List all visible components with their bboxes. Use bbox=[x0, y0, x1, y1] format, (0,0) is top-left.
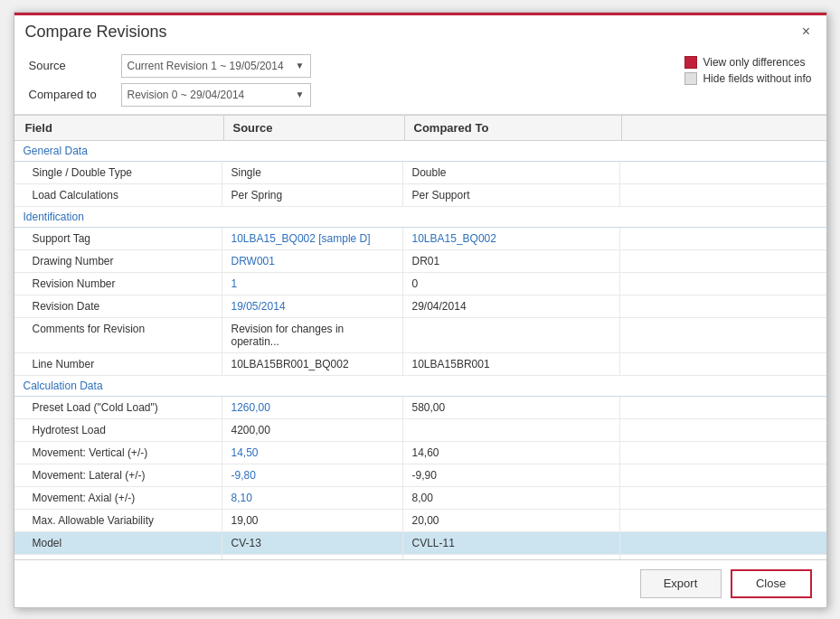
extra-cell bbox=[620, 442, 826, 464]
field-cell: Load Calculations bbox=[14, 184, 222, 206]
source-cell: 1260,00 bbox=[222, 397, 403, 418]
extra-cell bbox=[620, 397, 826, 418]
table-row: Movement: Lateral (+/-)-9,80-9,90 bbox=[14, 464, 826, 487]
source-cell: 4200,00 bbox=[222, 419, 403, 441]
extra-cell bbox=[620, 510, 826, 531]
source-cell: 8,10 bbox=[222, 487, 403, 509]
field-cell: Single / Double Type bbox=[14, 162, 222, 183]
table-row: Load CalculationsPer SpringPer Support bbox=[14, 184, 826, 207]
footer: Export Close bbox=[14, 559, 826, 607]
table-row: ModelCV-13CVLL-11 bbox=[14, 532, 826, 555]
source-row: Source Current Revision 1 ~ 19/05/2014 ▼ bbox=[29, 54, 311, 78]
compared-cell: Double bbox=[403, 162, 620, 183]
source-cell: 10LBA15BR001_BQ002 bbox=[222, 353, 403, 375]
compared-cell bbox=[403, 318, 620, 352]
compared-cell: 29/04/2014 bbox=[403, 295, 620, 317]
field-cell: Drawing Number bbox=[14, 250, 222, 272]
view-differences-label: View only differences bbox=[703, 56, 805, 69]
view-differences-checkbox[interactable] bbox=[684, 56, 697, 69]
section-header: General Data bbox=[14, 141, 826, 162]
table-container: Field Source Compared To General DataSin… bbox=[14, 115, 826, 559]
source-cell: 19,00 bbox=[222, 510, 403, 531]
table-row: Revision Number10 bbox=[14, 273, 826, 295]
export-button[interactable]: Export bbox=[640, 569, 722, 598]
source-cell: Single bbox=[222, 162, 403, 183]
compared-to-dropdown[interactable]: Revision 0 ~ 29/04/2014 ▼ bbox=[121, 83, 311, 107]
title-bar: Compare Revisions × bbox=[14, 13, 826, 47]
source-cell: -9,80 bbox=[222, 464, 403, 486]
hide-fields-row[interactable]: Hide fields without info bbox=[684, 72, 811, 85]
extra-cell bbox=[620, 162, 826, 183]
extra-cell bbox=[620, 273, 826, 295]
table-row: Max. Allowable Variability19,0020,00 bbox=[14, 510, 826, 532]
section-header: Identification bbox=[14, 207, 826, 228]
close-button[interactable]: Close bbox=[731, 569, 812, 598]
field-cell: Support Tag bbox=[14, 228, 222, 249]
compared-to-dropdown-arrow: ▼ bbox=[296, 89, 305, 99]
compared-cell: CVLL-11 bbox=[403, 532, 620, 554]
hide-fields-checkbox[interactable] bbox=[684, 72, 697, 85]
field-cell: Line Number bbox=[14, 353, 222, 375]
source-cell: 19/05/2014 bbox=[222, 295, 403, 317]
view-differences-row[interactable]: View only differences bbox=[684, 56, 811, 69]
extra-cell bbox=[620, 295, 826, 317]
table-row: Hydrotest Load4200,00 bbox=[14, 419, 826, 442]
source-dropdown[interactable]: Current Revision 1 ~ 19/05/2014 ▼ bbox=[121, 54, 311, 78]
col-header-source: Source bbox=[224, 116, 405, 140]
source-dropdown-value: Current Revision 1 ~ 19/05/2014 bbox=[127, 60, 284, 72]
compare-revisions-dialog: Compare Revisions × Source Current Revis… bbox=[14, 12, 827, 608]
table-row: Preset Load ("Cold Load")1260,00580,00 bbox=[14, 397, 826, 419]
compared-cell: 10LBA15_BQ002 bbox=[403, 228, 620, 249]
extra-cell bbox=[620, 318, 826, 352]
extra-cell bbox=[620, 419, 826, 441]
source-cell: 14,50 bbox=[222, 442, 403, 464]
table-row: Line Number10LBA15BR001_BQ00210LBA15BR00… bbox=[14, 353, 826, 376]
table-header: Field Source Compared To bbox=[14, 115, 826, 141]
source-cell: Per Spring bbox=[222, 184, 403, 206]
compared-cell: 10LBA15BR001 bbox=[403, 353, 620, 375]
field-cell: Movement: Vertical (+/-) bbox=[14, 442, 222, 464]
field-cell: Revision Date bbox=[14, 295, 222, 317]
compared-cell: 0 bbox=[403, 273, 620, 295]
toolbar-right: View only differences Hide fields withou… bbox=[684, 54, 811, 85]
source-cell: 1 bbox=[222, 273, 403, 295]
compared-cell bbox=[403, 419, 620, 441]
field-cell: Preset Load ("Cold Load") bbox=[14, 397, 222, 418]
toolbar-left: Source Current Revision 1 ~ 19/05/2014 ▼… bbox=[29, 54, 311, 107]
extra-cell bbox=[620, 250, 826, 272]
toolbar: Source Current Revision 1 ~ 19/05/2014 ▼… bbox=[14, 47, 826, 115]
table-row: Single / Double TypeSingleDouble bbox=[14, 162, 826, 184]
table-row: Revision Date19/05/201429/04/2014 bbox=[14, 295, 826, 318]
table-row: Drawing NumberDRW001DR01 bbox=[14, 250, 826, 273]
field-cell: Max. Allowable Variability bbox=[14, 510, 222, 531]
extra-cell bbox=[620, 353, 826, 375]
field-cell: Movement: Lateral (+/-) bbox=[14, 464, 222, 486]
dialog-title: Compare Revisions bbox=[25, 23, 167, 42]
col-header-extra bbox=[622, 116, 825, 140]
extra-cell bbox=[620, 464, 826, 486]
col-header-compared: Compared To bbox=[405, 116, 622, 140]
section-header: Calculation Data bbox=[14, 376, 826, 397]
col-header-field: Field bbox=[16, 116, 224, 140]
source-cell: Revision for changes in operatin... bbox=[222, 318, 403, 352]
field-cell: Movement: Axial (+/-) bbox=[14, 487, 222, 509]
compared-cell: DR01 bbox=[403, 250, 620, 272]
compared-cell: -9,90 bbox=[403, 464, 620, 486]
compared-cell: 8,00 bbox=[403, 487, 620, 509]
extra-cell bbox=[620, 184, 826, 206]
close-x-button[interactable]: × bbox=[798, 23, 816, 41]
table-row: Movement: Axial (+/-)8,108,00 bbox=[14, 487, 826, 510]
compared-cell: 580,00 bbox=[403, 397, 620, 418]
source-label: Source bbox=[29, 59, 110, 72]
source-dropdown-arrow: ▼ bbox=[296, 61, 305, 70]
extra-cell bbox=[620, 228, 826, 249]
source-cell: CV-13 bbox=[222, 532, 403, 554]
table-body: General DataSingle / Double TypeSingleDo… bbox=[14, 141, 826, 559]
extra-cell bbox=[620, 532, 826, 554]
compared-to-label: Compared to bbox=[29, 88, 110, 101]
source-cell: 10LBA15_BQ002 [sample D] bbox=[222, 228, 403, 249]
compared-to-row: Compared to Revision 0 ~ 29/04/2014 ▼ bbox=[29, 83, 311, 107]
hide-fields-label: Hide fields without info bbox=[703, 72, 811, 85]
table-row: Support Tag10LBA15_BQ002 [sample D]10LBA… bbox=[14, 228, 826, 250]
compared-cell: Per Support bbox=[403, 184, 620, 206]
